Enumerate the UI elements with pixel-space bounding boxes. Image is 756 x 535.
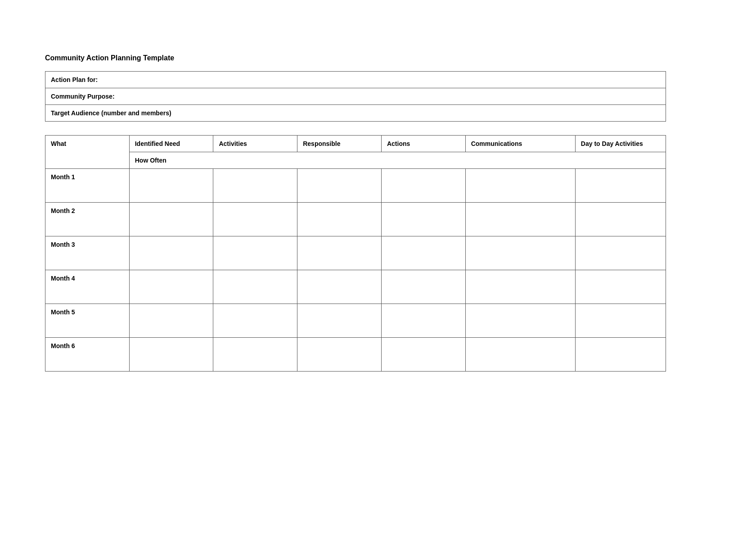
data-cell <box>213 304 297 338</box>
header-day-to-day: Day to Day Activities <box>575 136 666 152</box>
community-purpose-label: Community Purpose: <box>51 93 115 100</box>
data-cell <box>575 338 666 372</box>
data-cell <box>297 304 382 338</box>
target-audience-row: Target Audience (number and members) <box>45 105 666 122</box>
data-cell <box>129 169 213 203</box>
table-row: Month 4 <box>45 270 666 304</box>
data-cell <box>465 236 575 270</box>
month-label: Month 3 <box>45 236 130 270</box>
data-cell <box>297 203 382 236</box>
target-audience-label: Target Audience (number and members) <box>51 109 171 117</box>
data-cell <box>575 203 666 236</box>
data-cell <box>381 338 465 372</box>
data-cell <box>575 169 666 203</box>
table-row: Month 1 <box>45 169 666 203</box>
header-identified-need: Identified Need <box>129 136 213 152</box>
data-cell <box>213 169 297 203</box>
table-row: Month 5 <box>45 304 666 338</box>
table-row: Month 2 <box>45 203 666 236</box>
data-cell <box>465 169 575 203</box>
data-cell <box>129 236 213 270</box>
data-cell <box>129 304 213 338</box>
header-communications: Communications <box>465 136 575 152</box>
community-purpose-cell: Community Purpose: <box>45 88 666 105</box>
action-plan-label: Action Plan for: <box>51 76 98 83</box>
data-cell <box>575 270 666 304</box>
data-cell <box>213 338 297 372</box>
data-cell <box>213 203 297 236</box>
data-cell <box>129 338 213 372</box>
data-cell <box>381 169 465 203</box>
data-cell <box>575 236 666 270</box>
header-responsible: Responsible <box>297 136 382 152</box>
header-row: What Identified Need Activities Responsi… <box>45 136 666 152</box>
subheader-row: How Often <box>45 152 666 169</box>
data-cell <box>465 203 575 236</box>
data-cell <box>129 270 213 304</box>
data-cell <box>381 236 465 270</box>
main-table: What Identified Need Activities Responsi… <box>45 135 666 372</box>
data-cell <box>297 236 382 270</box>
header-actions: Actions <box>381 136 465 152</box>
month-label: Month 6 <box>45 338 130 372</box>
data-cell <box>465 270 575 304</box>
data-cell <box>381 203 465 236</box>
table-row: Month 6 <box>45 338 666 372</box>
data-cell <box>381 270 465 304</box>
data-cell <box>297 338 382 372</box>
how-often-cell: How Often <box>129 152 666 169</box>
header-activities: Activities <box>213 136 297 152</box>
action-plan-cell: Action Plan for: <box>45 72 666 88</box>
action-plan-row: Action Plan for: <box>45 72 666 88</box>
data-cell <box>213 270 297 304</box>
info-table: Action Plan for: Community Purpose: Targ… <box>45 71 666 122</box>
month-label: Month 1 <box>45 169 130 203</box>
header-what: What <box>45 136 130 169</box>
month-label: Month 5 <box>45 304 130 338</box>
data-cell <box>297 169 382 203</box>
data-cell <box>297 270 382 304</box>
data-cell <box>465 304 575 338</box>
data-cell <box>129 203 213 236</box>
month-label: Month 4 <box>45 270 130 304</box>
data-cell <box>575 304 666 338</box>
page-title: Community Action Planning Template <box>45 54 666 62</box>
data-cell <box>381 304 465 338</box>
table-row: Month 3 <box>45 236 666 270</box>
data-cell <box>213 236 297 270</box>
target-audience-cell: Target Audience (number and members) <box>45 105 666 122</box>
community-purpose-row: Community Purpose: <box>45 88 666 105</box>
page-container: Community Action Planning Template Actio… <box>0 0 711 408</box>
data-cell <box>465 338 575 372</box>
month-label: Month 2 <box>45 203 130 236</box>
